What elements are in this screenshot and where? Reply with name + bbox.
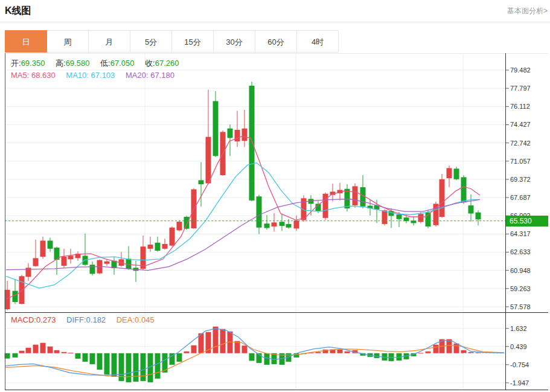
- tab-day[interactable]: 日: [5, 30, 47, 53]
- low-value: 67.050: [110, 59, 135, 68]
- ma-legend: MA5: 68.630 MA10: 67.103 MA20: 67.180: [11, 71, 183, 80]
- svg-text:79.482: 79.482: [510, 66, 531, 74]
- svg-text:76.112: 76.112: [510, 103, 530, 110]
- macd-histogram: [5, 327, 481, 382]
- open-value: 69.350: [21, 59, 45, 68]
- ma20-label: MA20:: [126, 71, 149, 80]
- svg-text:59.263: 59.263: [510, 285, 531, 292]
- svg-text:64.317: 64.317: [510, 230, 531, 237]
- ma10-value: 67.103: [91, 71, 115, 80]
- close-label: 收:: [145, 59, 155, 68]
- svg-text:0.439: 0.439: [510, 343, 527, 350]
- diff-value: 0.182: [86, 315, 106, 324]
- svg-text:77.797: 77.797: [510, 85, 531, 92]
- high-value: 69.580: [66, 59, 90, 68]
- svg-text:74.427: 74.427: [510, 121, 531, 128]
- high-label: 高:: [56, 59, 66, 68]
- axes: [5, 53, 548, 390]
- low-label: 低:: [100, 59, 110, 68]
- open-label: 开:: [11, 59, 21, 68]
- ma10-label: MA10:: [66, 71, 89, 80]
- macd-label: MACD:: [11, 315, 36, 324]
- macd-legend: MACD:0.273 DIFF:0.182 DEA:0.045: [11, 315, 163, 324]
- ma10-line: [6, 163, 480, 289]
- ma20-line: [6, 199, 480, 271]
- ohlc-legend: 开:69.350 高:69.580 低:67.050 收:67.260: [11, 58, 187, 69]
- candles-group: [5, 82, 481, 310]
- dea-value: 0.045: [135, 315, 155, 324]
- svg-text:72.742: 72.742: [510, 140, 531, 147]
- ma5-label: MA5:: [11, 71, 29, 80]
- ma20-value: 67.180: [150, 71, 174, 80]
- svg-text:69.372: 69.372: [510, 176, 531, 183]
- dea-label: DEA:: [117, 315, 135, 324]
- svg-text:71.057: 71.057: [510, 158, 531, 165]
- current-price-badge: 65.530: [506, 216, 548, 227]
- svg-text:1.632: 1.632: [510, 325, 527, 332]
- svg-text:60.948: 60.948: [510, 267, 531, 274]
- ma5-value: 68.630: [31, 71, 56, 80]
- svg-text:57.578: 57.578: [510, 303, 531, 310]
- svg-text:67.687: 67.687: [510, 194, 531, 201]
- diff-label: DIFF:: [66, 315, 86, 324]
- svg-text:-1.947: -1.947: [510, 379, 529, 387]
- close-value: 67.260: [155, 59, 179, 68]
- svg-text:-0.754: -0.754: [510, 361, 529, 368]
- macd-value: 0.273: [36, 315, 56, 324]
- svg-text:62.633: 62.633: [510, 248, 531, 255]
